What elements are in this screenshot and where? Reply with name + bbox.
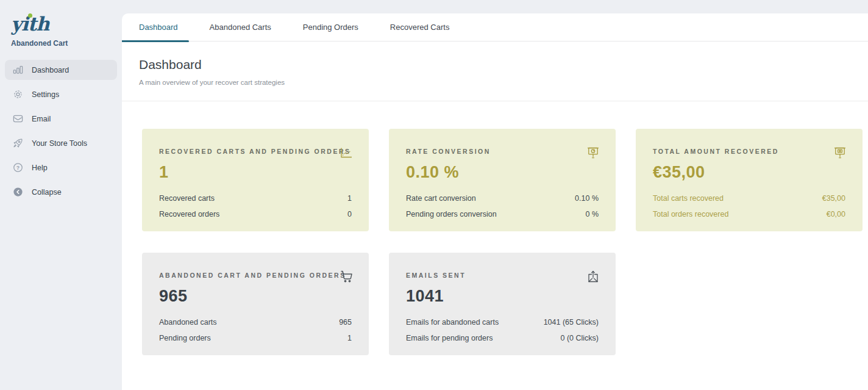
row-label: Total orders recovered bbox=[653, 210, 728, 218]
row-label: Abandoned carts bbox=[159, 318, 217, 327]
sidebar-item-label: Settings bbox=[32, 90, 59, 99]
card-rows: Rate cart conversion 0.10 % Pending orde… bbox=[406, 194, 599, 226]
row-value: €35,00 bbox=[822, 194, 845, 203]
tab-abandoned-carts[interactable]: Abandoned Carts bbox=[210, 23, 271, 32]
logo-dot-icon bbox=[28, 13, 32, 18]
row-label: Emails for pending orders bbox=[406, 334, 493, 342]
card-rate-conversion: RATE CONVERSION 0.10 % Rate cart convers… bbox=[389, 129, 616, 231]
help-icon: ? bbox=[12, 162, 24, 174]
row-value: 0 % bbox=[585, 210, 599, 218]
page-subtitle: A main overview of your recover cart str… bbox=[139, 79, 851, 86]
row-label: Rate cart conversion bbox=[406, 194, 476, 203]
row-label: Pending orders conversion bbox=[406, 210, 497, 218]
card-row: Recovered carts 1 bbox=[159, 194, 352, 203]
row-value: 1 bbox=[347, 194, 352, 203]
active-tab-underline bbox=[122, 40, 189, 42]
card-row: Emails for pending orders 0 (0 Clicks) bbox=[406, 334, 599, 342]
sidebar-item-collapse[interactable]: Collapse bbox=[5, 182, 117, 202]
sidebar-nav: Dashboard Settings Email bbox=[0, 60, 122, 202]
card-rows: Total carts recovered €35,00 Total order… bbox=[653, 194, 845, 226]
email-sent-icon bbox=[586, 269, 600, 284]
row-value: 1 bbox=[347, 334, 352, 342]
card-title: RATE CONVERSION bbox=[406, 129, 599, 155]
yith-logo: yith bbox=[11, 13, 111, 34]
card-row: Pending orders conversion 0 % bbox=[406, 210, 599, 218]
card-row: Abandoned carts 965 bbox=[159, 318, 352, 327]
card-value: 965 bbox=[159, 287, 352, 306]
card-value: €35,00 bbox=[653, 163, 845, 182]
card-total-amount-recovered: TOTAL AMOUNT RECOVERED €35,00 Total cart… bbox=[636, 129, 863, 231]
card-title: TOTAL AMOUNT RECOVERED bbox=[653, 129, 845, 155]
card-rows: Emails for abandoned carts 1041 (65 Clic… bbox=[406, 318, 599, 350]
sidebar-item-settings[interactable]: Settings bbox=[5, 84, 117, 104]
sidebar-item-label: Help bbox=[32, 164, 48, 172]
row-value: €0,00 bbox=[827, 210, 845, 218]
collapse-icon bbox=[12, 186, 24, 198]
rocket-icon bbox=[12, 137, 24, 150]
row-label: Total carts recovered bbox=[653, 194, 724, 203]
envelope-icon bbox=[12, 113, 24, 125]
presentation-gauge-icon bbox=[586, 145, 600, 160]
bar-chart-icon bbox=[12, 64, 24, 76]
card-row: Total carts recovered €35,00 bbox=[653, 194, 845, 203]
card-value: 1 bbox=[159, 163, 352, 182]
tab-dashboard[interactable]: Dashboard bbox=[139, 23, 178, 32]
sidebar-item-your-store-tools[interactable]: Your Store Tools bbox=[5, 133, 117, 153]
sidebar-item-email[interactable]: Email bbox=[5, 109, 117, 129]
line-chart-icon bbox=[339, 145, 354, 160]
row-value: 1041 (65 Clicks) bbox=[544, 318, 599, 327]
card-row: Total orders recovered €0,00 bbox=[653, 210, 845, 218]
stats-cards-grid: RECOVERED CARTS AND PENDING ORDERS 1 Rec… bbox=[142, 129, 868, 355]
card-emails-sent: EMAILS SENT 1041 Emails for abandoned ca… bbox=[389, 253, 616, 355]
row-label: Recovered orders bbox=[159, 210, 219, 218]
tab-recovered-carts[interactable]: Recovered Carts bbox=[390, 23, 450, 32]
card-rows: Abandoned carts 965 Pending orders 1 bbox=[159, 318, 352, 350]
card-row: Pending orders 1 bbox=[159, 334, 352, 342]
row-label: Recovered carts bbox=[159, 194, 215, 203]
row-value: 965 bbox=[339, 318, 352, 327]
row-value: 0.10 % bbox=[575, 194, 599, 203]
card-recovered-carts: RECOVERED CARTS AND PENDING ORDERS 1 Rec… bbox=[142, 129, 369, 231]
row-label: Pending orders bbox=[159, 334, 211, 342]
gear-icon bbox=[12, 88, 24, 101]
card-row: Rate cart conversion 0.10 % bbox=[406, 194, 599, 203]
shopping-cart-icon bbox=[339, 269, 354, 284]
svg-text:?: ? bbox=[16, 165, 19, 171]
sidebar-item-label: Email bbox=[32, 115, 51, 123]
presentation-money-icon bbox=[833, 145, 847, 160]
tab-bar: Dashboard Abandoned Carts Pending Orders… bbox=[122, 13, 868, 42]
sidebar-item-label: Collapse bbox=[32, 188, 62, 197]
row-label: Emails for abandoned carts bbox=[406, 318, 499, 327]
card-row: Emails for abandoned carts 1041 (65 Clic… bbox=[406, 318, 599, 327]
main-panel: Dashboard Abandoned Carts Pending Orders… bbox=[122, 13, 868, 390]
page-title: Dashboard bbox=[139, 57, 851, 72]
card-title: EMAILS SENT bbox=[406, 253, 599, 279]
sidebar-item-dashboard[interactable]: Dashboard bbox=[5, 60, 117, 80]
tab-pending-orders[interactable]: Pending Orders bbox=[303, 23, 358, 32]
sidebar: yith Abandoned Cart Dashboard Setting bbox=[0, 0, 122, 390]
sidebar-item-label: Dashboard bbox=[32, 66, 69, 74]
row-value: 0 (0 Clicks) bbox=[560, 334, 599, 342]
brand-logo: yith Abandoned Cart bbox=[0, 0, 122, 48]
card-title: ABANDONED CART AND PENDING ORDERS bbox=[159, 253, 352, 279]
card-abandoned-carts: ABANDONED CART AND PENDING ORDERS 965 Ab… bbox=[142, 253, 369, 355]
card-title: RECOVERED CARTS AND PENDING ORDERS bbox=[159, 129, 352, 155]
sidebar-item-label: Your Store Tools bbox=[32, 139, 87, 148]
card-value: 0.10 % bbox=[406, 163, 599, 182]
plugin-name: Abandoned Cart bbox=[11, 39, 111, 48]
card-value: 1041 bbox=[406, 287, 599, 306]
card-rows: Recovered carts 1 Recovered orders 0 bbox=[159, 194, 352, 226]
sidebar-item-help[interactable]: ? Help bbox=[5, 157, 117, 178]
page-header: Dashboard A main overview of your recove… bbox=[122, 42, 868, 101]
card-row: Recovered orders 0 bbox=[159, 210, 352, 218]
row-value: 0 bbox=[347, 210, 352, 218]
